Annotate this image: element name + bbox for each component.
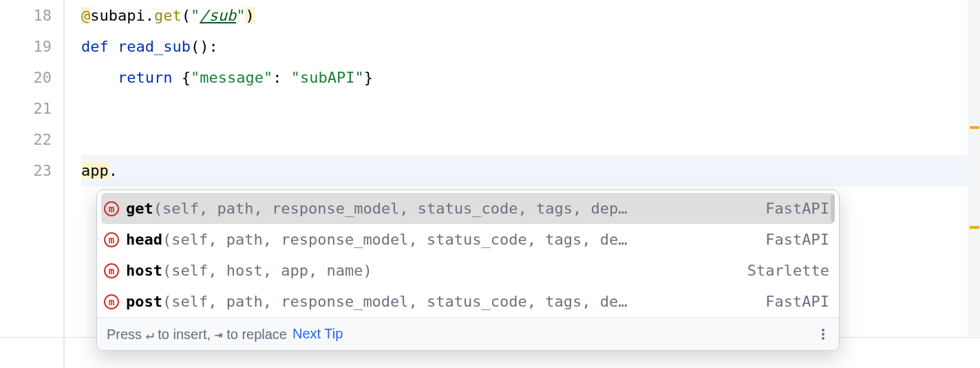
warning-marker[interactable] bbox=[970, 226, 979, 229]
line-number: 19 bbox=[0, 31, 52, 62]
autocomplete-item[interactable]: m get(self, path, response_model, status… bbox=[101, 193, 835, 224]
identifier: app bbox=[81, 162, 109, 179]
line-number: 21 bbox=[0, 93, 52, 124]
autocomplete-item[interactable]: m host(self, host, app, name) Starlette bbox=[97, 255, 839, 286]
quote: " bbox=[264, 69, 273, 86]
next-tip-link[interactable]: Next Tip bbox=[292, 326, 343, 342]
code-line[interactable] bbox=[81, 93, 980, 124]
code-line[interactable]: return {"message": "subAPI"} bbox=[81, 62, 980, 93]
autocomplete-item[interactable]: m post(self, path, response_model, statu… bbox=[97, 286, 839, 317]
quote: " bbox=[354, 69, 363, 86]
method-icon: m bbox=[104, 263, 119, 278]
tab-key-icon: ⇥ bbox=[215, 326, 223, 343]
quote: " bbox=[191, 7, 200, 24]
route-path[interactable]: /sub bbox=[200, 7, 236, 24]
autocomplete-origin: FastAPI bbox=[752, 200, 829, 217]
autocomplete-label: post(self, path, response_model, status_… bbox=[126, 293, 745, 310]
quote: " bbox=[236, 7, 245, 24]
paren: ) bbox=[245, 7, 254, 24]
method-icon: m bbox=[104, 294, 119, 309]
autocomplete-label: head(self, path, response_model, status_… bbox=[126, 231, 745, 248]
code-line[interactable]: @subapi.get("/sub") bbox=[81, 0, 980, 31]
method-icon: m bbox=[104, 232, 119, 247]
method-icon: m bbox=[104, 201, 119, 216]
identifier: subapi bbox=[90, 7, 145, 24]
line-number: 18 bbox=[0, 0, 52, 31]
autocomplete-list[interactable]: m get(self, path, response_model, status… bbox=[97, 190, 839, 317]
code-line-current[interactable]: app. bbox=[81, 155, 980, 186]
quote: " bbox=[191, 69, 200, 86]
autocomplete-label: host(self, host, app, name) bbox=[126, 262, 727, 279]
brace: } bbox=[364, 69, 373, 86]
colon: : bbox=[273, 69, 291, 86]
autocomplete-footer: Press ↵ to insert, ⇥ to replace Next Tip bbox=[97, 317, 839, 350]
footer-hint: Press ↵ to insert, ⇥ to replace bbox=[107, 326, 287, 343]
dot: . bbox=[109, 162, 118, 179]
line-number-gutter: 18 19 20 21 22 23 bbox=[0, 0, 63, 368]
line-number: 22 bbox=[0, 124, 52, 155]
decorator-at: @ bbox=[81, 7, 90, 24]
editor-marker-strip[interactable] bbox=[968, 0, 980, 336]
code-line[interactable] bbox=[81, 124, 980, 155]
string-value: subAPI bbox=[300, 69, 354, 86]
brace: { bbox=[182, 69, 191, 86]
code-line[interactable]: def read_sub(): bbox=[81, 31, 980, 62]
quote: " bbox=[291, 69, 300, 86]
autocomplete-label: get(self, path, response_model, status_c… bbox=[126, 200, 745, 217]
autocomplete-origin: FastAPI bbox=[752, 293, 829, 310]
autocomplete-popup[interactable]: m get(self, path, response_model, status… bbox=[96, 190, 840, 351]
line-number: 20 bbox=[0, 62, 52, 93]
method: get bbox=[154, 7, 182, 24]
signature: (): bbox=[191, 38, 218, 55]
autocomplete-origin: FastAPI bbox=[752, 231, 829, 248]
autocomplete-origin: Starlette bbox=[734, 262, 829, 279]
dot: . bbox=[145, 7, 154, 24]
dict-key: message bbox=[200, 69, 264, 86]
warning-marker[interactable] bbox=[970, 126, 979, 129]
paren: ( bbox=[182, 7, 191, 24]
more-options-icon[interactable] bbox=[817, 327, 829, 341]
line-number: 23 bbox=[0, 155, 52, 186]
keyword-def: def bbox=[81, 38, 109, 55]
popup-scrollbar[interactable] bbox=[831, 194, 835, 222]
keyword-return: return bbox=[118, 69, 172, 86]
function-name: read_sub bbox=[118, 38, 191, 55]
enter-key-icon: ↵ bbox=[146, 326, 154, 343]
autocomplete-item[interactable]: m head(self, path, response_model, statu… bbox=[97, 224, 839, 255]
